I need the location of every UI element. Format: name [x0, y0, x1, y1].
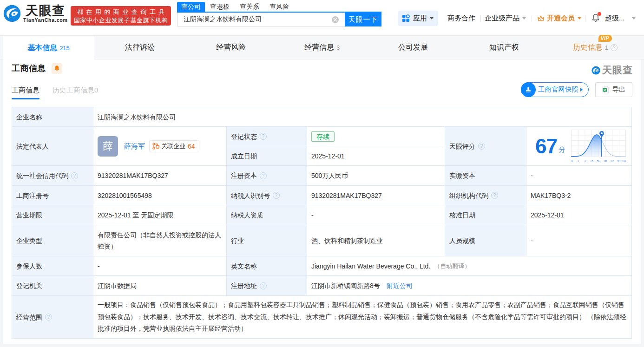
search-tab-relation[interactable]: 查关系 — [235, 2, 264, 12]
reg-capital-label-text: 注册资本 — [231, 170, 257, 181]
nav-account[interactable]: 超级... — [605, 14, 625, 23]
svg-text:50: 50 — [597, 159, 601, 163]
related-companies-badge[interactable]: 关联企业 64 — [149, 140, 199, 152]
export-button[interactable]: 导出 — [595, 82, 632, 97]
help-icon[interactable]: ? — [260, 172, 267, 179]
nav-cooperation[interactable]: 商务合作 — [447, 14, 475, 23]
nearby-companies-link[interactable]: 附近公司 — [387, 280, 413, 291]
help-icon[interactable]: ? — [45, 314, 52, 321]
promo-banner: 都在用的商业查询工具 国家中小企业发展子基金旗下机构 — [71, 6, 171, 26]
search-tab-risk[interactable]: 查风险 — [264, 2, 294, 12]
tyc-score-label-text: 天眼评分 — [449, 141, 475, 152]
field-value-tyc-score[interactable]: 67 分 — [526, 127, 632, 166]
tab-business-count: 3 — [336, 44, 340, 51]
tab-legal-proceedings[interactable]: 法律诉讼 — [94, 36, 185, 59]
snapshot-button-label: 工商官网快照 — [538, 85, 578, 94]
logo-domain: TianYanCha.com — [23, 17, 68, 23]
table-row: 参保人数 - 英文名称 Jiangyin Hailan Water Bevera… — [12, 256, 632, 276]
subtab-business-registration[interactable]: 工商信息 — [12, 86, 39, 99]
tab-legal-label: 法律诉讼 — [125, 43, 155, 52]
field-value-company-name: 江阴海澜之水饮料有限公司 — [93, 107, 632, 127]
help-icon[interactable]: ? — [491, 192, 498, 199]
watermark-text: 天眼查 — [602, 64, 633, 77]
subtab-history-registration[interactable]: 历史工商信息0 — [53, 86, 98, 99]
tab-company-development[interactable]: 公司发展 — [368, 36, 459, 59]
search-button[interactable]: 天眼一下 — [345, 13, 381, 26]
snapshot-arrow-icon — [580, 88, 583, 92]
field-label-taxpayer-id: 纳税人识别号 ? — [227, 186, 307, 205]
field-label-company-name: 企业名称 — [12, 107, 93, 127]
field-label-english-name: 英文名称 — [227, 256, 307, 276]
apps-menu[interactable]: 应用 — [398, 11, 438, 26]
auto-translate-note: （自动翻译） — [434, 261, 470, 272]
tab-business-label: 经营信息 — [304, 43, 334, 52]
search-tabs: 查公司 查老板 查关系 查风险 — [177, 2, 381, 12]
membership-caret-icon — [578, 17, 581, 20]
divider — [480, 15, 481, 22]
english-name-text: Jiangyin Hailan Water Beverage Co., Ltd. — [311, 261, 430, 272]
company-page-tabs: 基本信息 215 法律诉讼 经营风险 经营信息 3 公司发展 知识产权 VIP … — [0, 35, 644, 59]
search-clear-icon[interactable] — [332, 16, 339, 23]
watermark-logo: 天眼查 — [591, 64, 633, 77]
field-label-business-term: 营业期限 — [12, 205, 93, 225]
field-value-industry: 酒、饮料和精制茶制造业 — [307, 225, 445, 256]
nav-enterprise-products[interactable]: 企业级产品 — [485, 14, 526, 23]
field-value-insured-count: - — [93, 256, 227, 276]
history-help-icon[interactable]: ? — [611, 44, 618, 51]
excel-icon — [602, 86, 609, 93]
score-distribution-chart: 0 1 3 15 50 85 97 99 100 — [571, 130, 626, 164]
svg-text:1: 1 — [577, 159, 579, 163]
export-button-label: 导出 — [612, 85, 625, 94]
business-info-card: 工商信息 天眼查 工商信息 历史工商信息0 — [3, 59, 641, 344]
tianyancha-logo[interactable]: 天眼查 TianYanCha.com — [3, 4, 68, 23]
field-value-reg-number: 320281001565498 — [93, 186, 227, 205]
field-label-reg-capital: 注册资本 ? — [227, 166, 307, 186]
svg-text:100: 100 — [622, 159, 626, 163]
tab-risk-label: 经营风险 — [216, 43, 246, 52]
tab-intellectual-property[interactable]: 知识产权 — [459, 36, 550, 59]
help-icon[interactable]: ? — [478, 143, 485, 150]
field-label-paid-capital: 实缴资本 — [445, 166, 526, 186]
svg-text:99: 99 — [617, 159, 621, 163]
field-label-reg-authority: 登记机关 — [12, 276, 93, 296]
help-icon[interactable]: ? — [260, 133, 267, 140]
section-title: 工商信息 — [12, 63, 46, 74]
nav-open-membership[interactable]: 开通会员 — [537, 14, 581, 23]
search-tab-boss[interactable]: 查老板 — [205, 2, 235, 12]
field-value-taxpayer-id: 91320281MAK17BQ327 — [307, 186, 445, 205]
field-value-legal-rep: 薛 薛海军 关联企业 64 — [93, 127, 227, 166]
legal-rep-avatar[interactable]: 薛 — [98, 136, 118, 157]
subtabs: 工商信息 历史工商信息0 — [12, 86, 111, 99]
notifications-bell[interactable] — [591, 13, 600, 24]
tab-business-info[interactable]: 经营信息 3 — [276, 36, 368, 59]
official-snapshot-button[interactable]: 工商官网快照 — [521, 82, 589, 97]
credit-code-label-text: 统一社会信用代码 — [16, 170, 68, 181]
table-row: 营业期限 2025-12-01 至 无固定期限 纳税人资质 - 核准日期 202… — [12, 205, 632, 225]
search-input[interactable] — [177, 13, 345, 26]
field-label-company-type: 企业类型 — [12, 225, 93, 256]
divider — [443, 15, 443, 22]
score-unit: 分 — [559, 144, 565, 155]
search-tab-company[interactable]: 查公司 — [177, 2, 205, 12]
divider — [585, 15, 585, 22]
account-caret-icon — [632, 17, 636, 20]
help-icon[interactable]: ? — [273, 192, 280, 199]
svg-text:3: 3 — [584, 159, 586, 163]
promo-line1: 都在用的商业查询工具 — [71, 7, 171, 16]
score-axis-ticks: 0 1 3 15 50 85 97 99 100 — [571, 159, 626, 163]
field-label-reg-number: 工商注册号 — [12, 186, 93, 205]
field-label-tyc-score: 天眼评分 ? — [445, 127, 526, 166]
table-row: 经营范围 ? 一般项目：食品销售（仅销售预包装食品）；食品用塑料包装容器工具制品… — [12, 296, 632, 339]
tab-operational-risk[interactable]: 经营风险 — [185, 36, 276, 59]
help-icon[interactable]: ? — [71, 172, 78, 179]
monitor-bell-button[interactable] — [52, 63, 62, 74]
tab-basic-info[interactable]: 基本信息 215 — [3, 36, 94, 60]
table-row: 法定代表人 薛 薛海军 关联企业 64 登记状态 ? — [12, 127, 632, 166]
field-label-org-code: 组织机构代码 ? — [445, 186, 526, 205]
field-value-establish-date: 2025-12-01 — [307, 146, 445, 166]
watermark-logo-icon — [591, 66, 600, 75]
tab-history-info[interactable]: VIP 历史信息 1 ? — [550, 36, 641, 59]
legal-rep-name-link[interactable]: 薛海军 — [124, 141, 145, 152]
tab-history-label: 历史信息 — [573, 43, 603, 52]
help-icon[interactable]: ? — [260, 282, 267, 289]
